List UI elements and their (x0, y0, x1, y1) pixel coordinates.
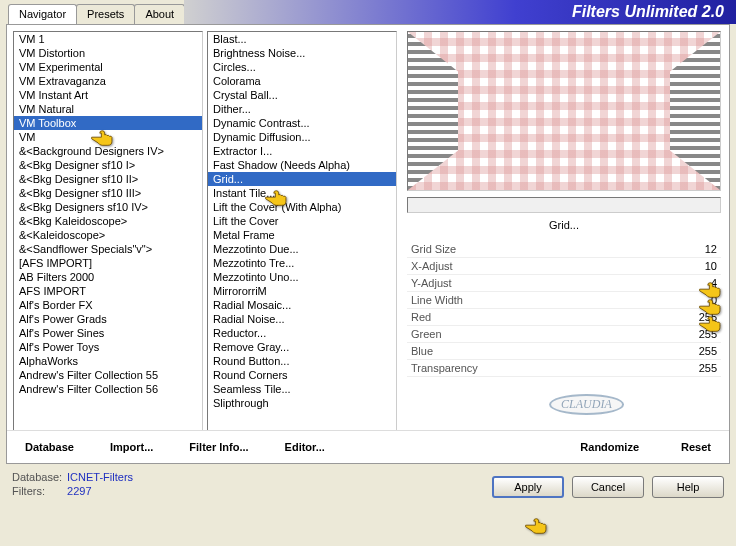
filter-info-button[interactable]: Filter Info... (183, 439, 254, 455)
category-item[interactable]: &<Background Designers IV> (14, 144, 202, 158)
param-row[interactable]: Grid Size12 (407, 241, 721, 258)
filter-item[interactable]: Dynamic Diffusion... (208, 130, 396, 144)
category-item[interactable]: VM Instant Art (14, 88, 202, 102)
filter-item[interactable]: Mezzotinto Uno... (208, 270, 396, 284)
apply-button[interactable]: Apply (492, 476, 564, 498)
param-value: 255 (687, 311, 717, 323)
filter-item[interactable]: Lift the Cover (With Alpha) (208, 200, 396, 214)
tab-navigator[interactable]: Navigator (8, 4, 77, 24)
filter-item[interactable]: Dynamic Contrast... (208, 116, 396, 130)
param-row[interactable]: Red255 (407, 309, 721, 326)
param-value: 0 (687, 294, 717, 306)
randomize-button[interactable]: Randomize (574, 439, 645, 455)
filter-item[interactable]: Blast... (208, 32, 396, 46)
pointer-icon (524, 516, 550, 536)
param-label: Grid Size (411, 243, 456, 255)
param-row[interactable]: Transparency255 (407, 360, 721, 377)
category-item[interactable]: &<Bkg Designer sf10 III> (14, 186, 202, 200)
category-item[interactable]: Andrew's Filter Collection 56 (14, 382, 202, 396)
filter-list[interactable]: Blast...Brightness Noise...Circles...Col… (207, 31, 397, 457)
category-item[interactable]: &<Bkg Designer sf10 II> (14, 172, 202, 186)
cancel-button[interactable]: Cancel (572, 476, 644, 498)
filter-item[interactable]: Slipthrough (208, 396, 396, 410)
import-button[interactable]: Import... (104, 439, 159, 455)
tab-about[interactable]: About (134, 4, 185, 24)
filter-item[interactable]: Brightness Noise... (208, 46, 396, 60)
tab-bar: Navigator Presets About (8, 4, 184, 24)
category-item[interactable]: AB Filters 2000 (14, 270, 202, 284)
help-button[interactable]: Help (652, 476, 724, 498)
category-item[interactable]: VM Toolbox (14, 116, 202, 130)
filter-item[interactable]: Mezzotinto Due... (208, 242, 396, 256)
preview-area (407, 31, 721, 191)
param-label: Transparency (411, 362, 478, 374)
tab-presets[interactable]: Presets (76, 4, 135, 24)
reset-button[interactable]: Reset (675, 439, 717, 455)
category-item[interactable]: Alf's Power Grads (14, 312, 202, 326)
param-label: Line Width (411, 294, 463, 306)
category-item[interactable]: Alf's Power Sines (14, 326, 202, 340)
footer-info: Database: ICNET-Filters Filters: 2297 (12, 470, 133, 498)
filter-item[interactable]: Colorama (208, 74, 396, 88)
param-label: Green (411, 328, 442, 340)
param-label: Y-Adjust (411, 277, 452, 289)
category-item[interactable]: AFS IMPORT (14, 284, 202, 298)
editor-button[interactable]: Editor... (279, 439, 331, 455)
filter-item[interactable]: Instant Tile... (208, 186, 396, 200)
filter-item[interactable]: Fast Shadow (Needs Alpha) (208, 158, 396, 172)
title-bar: Filters Unlimited 2.0 (184, 0, 736, 24)
category-item[interactable]: AlphaWorks (14, 354, 202, 368)
category-item[interactable]: &<Bkg Kaleidoscope> (14, 214, 202, 228)
filter-item[interactable]: Crystal Ball... (208, 88, 396, 102)
param-row[interactable]: X-Adjust10 (407, 258, 721, 275)
filter-item[interactable]: Dither... (208, 102, 396, 116)
filter-item[interactable]: Radial Mosaic... (208, 298, 396, 312)
watermark: CLAUDIA (549, 394, 624, 415)
filter-item[interactable]: Extractor I... (208, 144, 396, 158)
category-item[interactable]: VM Distortion (14, 46, 202, 60)
param-label: Blue (411, 345, 433, 357)
param-value: 255 (687, 362, 717, 374)
filter-item[interactable]: Reductor... (208, 326, 396, 340)
category-item[interactable]: &<Bkg Designer sf10 I> (14, 158, 202, 172)
filter-item[interactable]: Mezzotinto Tre... (208, 256, 396, 270)
filter-item[interactable]: Remove Gray... (208, 340, 396, 354)
category-item[interactable]: VM Natural (14, 102, 202, 116)
param-row[interactable]: Line Width0 (407, 292, 721, 309)
category-item[interactable]: Andrew's Filter Collection 55 (14, 368, 202, 382)
category-item[interactable]: [AFS IMPORT] (14, 256, 202, 270)
param-row[interactable]: Y-Adjust4 (407, 275, 721, 292)
param-label: X-Adjust (411, 260, 453, 272)
category-item[interactable]: VM Extravaganza (14, 74, 202, 88)
filter-item[interactable]: MirrororriM (208, 284, 396, 298)
filter-item[interactable]: Radial Noise... (208, 312, 396, 326)
category-item[interactable]: VM 1 (14, 32, 202, 46)
param-value: 4 (687, 277, 717, 289)
database-button[interactable]: Database (19, 439, 80, 455)
category-item[interactable]: Alf's Power Toys (14, 340, 202, 354)
filter-item[interactable]: Metal Frame (208, 228, 396, 242)
current-filter-name: Grid... (407, 213, 721, 237)
category-item[interactable]: &<Kaleidoscope> (14, 228, 202, 242)
param-value: 255 (687, 328, 717, 340)
filter-item[interactable]: Round Button... (208, 354, 396, 368)
filter-item[interactable]: Circles... (208, 60, 396, 74)
param-value: 12 (687, 243, 717, 255)
param-row[interactable]: Green255 (407, 326, 721, 343)
app-title: Filters Unlimited 2.0 (572, 3, 724, 21)
preview-scrollbar[interactable] (407, 197, 721, 213)
category-item[interactable]: &<Sandflower Specials"v"> (14, 242, 202, 256)
param-label: Red (411, 311, 431, 323)
category-list[interactable]: VM 1VM DistortionVM ExperimentalVM Extra… (13, 31, 203, 457)
filter-item[interactable]: Grid... (208, 172, 396, 186)
parameter-list: Grid Size12X-Adjust10Y-Adjust4Line Width… (407, 241, 721, 377)
filter-item[interactable]: Lift the Cover (208, 214, 396, 228)
param-value: 10 (687, 260, 717, 272)
category-item[interactable]: &<Bkg Designers sf10 IV> (14, 200, 202, 214)
category-item[interactable]: VM Experimental (14, 60, 202, 74)
category-item[interactable]: VM (14, 130, 202, 144)
filter-item[interactable]: Seamless Tile... (208, 382, 396, 396)
filter-item[interactable]: Round Corners (208, 368, 396, 382)
category-item[interactable]: Alf's Border FX (14, 298, 202, 312)
param-row[interactable]: Blue255 (407, 343, 721, 360)
